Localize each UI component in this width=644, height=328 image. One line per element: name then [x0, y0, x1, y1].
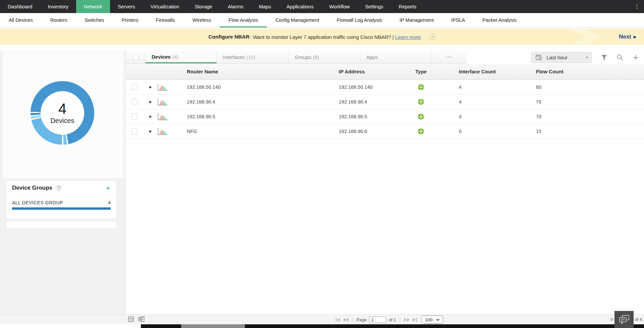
subnav-switches[interactable]: Switches: [76, 13, 113, 27]
next-button[interactable]: Next ▶: [619, 29, 637, 45]
more-tabs-icon[interactable]: •••: [431, 51, 466, 63]
traffic-chart-icon[interactable]: [157, 127, 168, 137]
table-row[interactable]: ▶ NFG 192.168.90.6 0 15: [126, 124, 644, 139]
time-range-dropdown[interactable]: Last hour ▾: [531, 52, 592, 63]
last-page-icon[interactable]: [412, 318, 417, 322]
traffic-chart-icon[interactable]: [157, 98, 168, 107]
tab-devices[interactable]: Devices (4): [146, 51, 217, 63]
filter-icon[interactable]: [601, 55, 607, 61]
device-groups-card: Device Groups ? + ALL DEVICES GROUP 4: [6, 181, 116, 219]
nav-workflow[interactable]: Workflow: [321, 0, 357, 13]
router-name[interactable]: 192.168.90.4: [187, 94, 215, 109]
expand-caret-icon[interactable]: ▶: [149, 80, 152, 94]
ip-address: 192.168.50.140: [339, 80, 373, 94]
next-arrow-icon: ▶: [634, 35, 637, 39]
tab-apps[interactable]: Apps: [360, 51, 431, 63]
subnav-flow-analysis[interactable]: Flow Analysis: [220, 13, 267, 27]
table-row[interactable]: ▶ 192.168.90.4 192.168.90.4 4 70: [126, 94, 644, 109]
record-range-suffix: of 4: [635, 317, 642, 322]
nav-maps[interactable]: Maps: [251, 0, 279, 13]
left-panel: 4 Devices Device Groups ? + ALL DEVICES …: [0, 51, 126, 314]
nav-virtualization[interactable]: Virtualization: [143, 0, 187, 13]
subnav-firewall-log-analysis[interactable]: Firewall Log Analysis: [328, 13, 391, 27]
learn-more-link[interactable]: Learn more: [395, 34, 421, 40]
nav-inventory[interactable]: Inventory: [40, 0, 76, 13]
group-count: 4: [108, 200, 111, 205]
table-row[interactable]: ▶ 192.168.50.140 192.168.50.140 4 60: [126, 80, 644, 94]
tab-devices-count: (4): [172, 54, 178, 60]
col-interface-count[interactable]: Interface Count: [459, 64, 496, 80]
tab-interfaces[interactable]: Interfaces (12): [217, 51, 289, 63]
col-router-name[interactable]: Router Name: [187, 64, 218, 80]
horizontal-scrollbar[interactable]: [141, 324, 644, 328]
nav-applications[interactable]: Applications: [279, 0, 321, 13]
nav-reports[interactable]: Reports: [391, 0, 424, 13]
expand-caret-icon[interactable]: ▶: [149, 109, 152, 124]
donut-device-count: 4: [58, 101, 66, 117]
expand-caret-icon[interactable]: ▶: [149, 94, 152, 109]
chat-feedback-widget[interactable]: [614, 311, 634, 328]
nav-servers[interactable]: Servers: [110, 0, 143, 13]
nav-dashboard[interactable]: Dashboard: [0, 0, 40, 13]
first-page-icon[interactable]: [335, 318, 340, 322]
flow-count: 70: [536, 109, 541, 124]
col-type[interactable]: Type: [415, 64, 427, 80]
nav-network[interactable]: Network: [76, 0, 110, 13]
add-group-icon[interactable]: +: [106, 185, 111, 191]
device-groups-card-footer: [6, 221, 116, 228]
table-view-icon[interactable]: [128, 316, 134, 322]
subnav-all-devices[interactable]: All Devices: [0, 13, 42, 27]
next-page-icon[interactable]: [404, 318, 410, 322]
router-name[interactable]: 192.168.50.140: [187, 80, 221, 94]
table-row[interactable]: ▶ 192.168.90.5 192.168.90.5 4 70: [126, 109, 644, 124]
devices-donut-chart[interactable]: 4 Devices: [31, 81, 94, 145]
subnav-firewalls[interactable]: Firewalls: [147, 13, 184, 27]
flow-count: 15: [536, 124, 541, 139]
export-excel-icon[interactable]: [138, 316, 145, 322]
device-group-row[interactable]: ALL DEVICES GROUP 4: [7, 195, 116, 210]
row-checkbox[interactable]: [131, 128, 138, 134]
subnav-printers[interactable]: Printers: [113, 13, 147, 27]
tab-interfaces-label: Interfaces: [223, 54, 245, 60]
interface-count: 4: [459, 94, 462, 109]
row-checkbox[interactable]: [131, 84, 138, 90]
row-checkbox[interactable]: [131, 99, 138, 105]
time-range-value: Last hour: [546, 55, 568, 60]
scrollbar-thumb[interactable]: [181, 324, 245, 328]
subnav-packet-analysis[interactable]: Packet Analysis: [474, 13, 525, 27]
banner-arrow-decoration: [570, 29, 601, 45]
search-icon[interactable]: [616, 54, 624, 61]
router-name[interactable]: 192.168.90.5: [187, 109, 215, 124]
table-footer: Page of 1 100 V of 4: [0, 314, 644, 324]
col-ip-address[interactable]: IP Address: [339, 64, 365, 80]
nav-storage[interactable]: Storage: [187, 0, 220, 13]
add-device-icon[interactable]: +: [633, 53, 639, 62]
subnav-wireless[interactable]: Wireless: [184, 13, 220, 27]
donut-device-label: Devices: [50, 117, 74, 125]
nav-alarms[interactable]: Alarms: [220, 0, 251, 13]
traffic-chart-icon[interactable]: [157, 83, 168, 92]
row-checkbox[interactable]: [131, 114, 138, 120]
help-icon[interactable]: ?: [56, 185, 62, 191]
router-type-icon: [418, 128, 424, 136]
tab-devices-label: Devices: [152, 54, 171, 60]
router-name[interactable]: NFG: [187, 124, 197, 139]
banner-close-icon[interactable]: ×: [430, 34, 436, 40]
page-number-input[interactable]: [369, 317, 386, 323]
page-size-select[interactable]: 100: [422, 316, 443, 324]
col-flow-count[interactable]: Flow Count: [536, 64, 564, 80]
table-controls: Last hour ▾ +: [531, 52, 639, 63]
subnav-routers[interactable]: Routers: [42, 13, 76, 27]
kebab-menu-icon[interactable]: ⋮: [630, 0, 644, 13]
prev-page-icon[interactable]: [343, 318, 349, 322]
select-all-checkbox[interactable]: [133, 54, 139, 60]
group-count-bar: [12, 207, 111, 210]
expand-caret-icon[interactable]: ▶: [149, 124, 152, 139]
traffic-chart-icon[interactable]: [157, 113, 168, 122]
subnav-ip-management[interactable]: IP Management: [391, 13, 442, 27]
table-header: Router Name IP Address Type Interface Co…: [126, 64, 644, 80]
subnav-ipsla[interactable]: IPSLA: [442, 13, 474, 27]
tab-groups[interactable]: Groups (8): [289, 51, 360, 63]
nav-settings[interactable]: Settings: [358, 0, 391, 13]
subnav-config-management[interactable]: Config Management: [267, 13, 328, 27]
